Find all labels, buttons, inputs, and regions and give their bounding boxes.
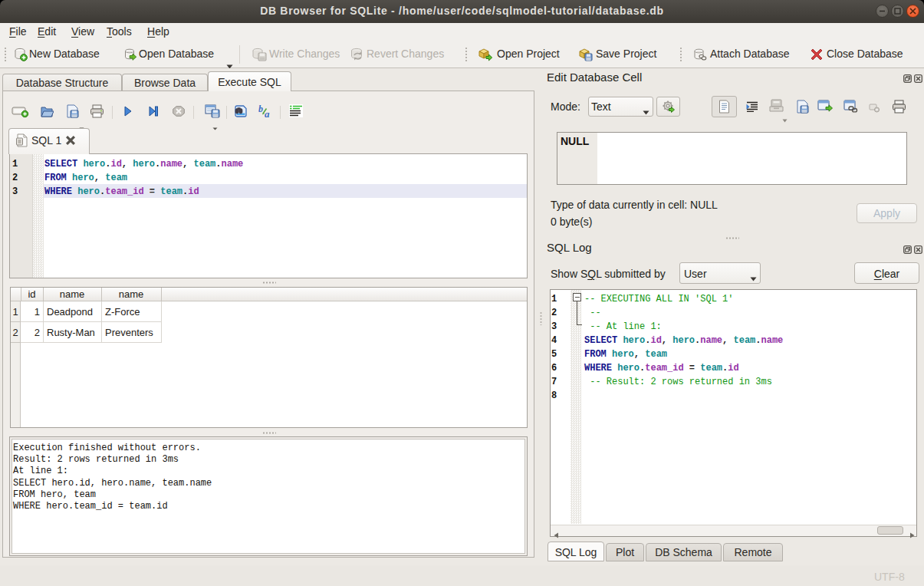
svg-text:b: b: [258, 104, 263, 114]
